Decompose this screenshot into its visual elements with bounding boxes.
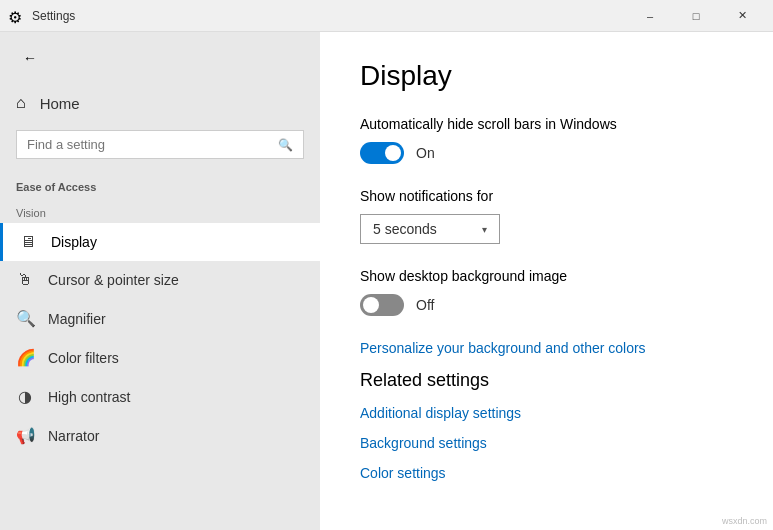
magnifier-label: Magnifier xyxy=(48,311,106,327)
title-bar: ⚙ Settings – □ ✕ xyxy=(0,0,773,32)
search-box[interactable]: 🔍 xyxy=(16,130,304,159)
content-area: Display Automatically hide scroll bars i… xyxy=(320,32,773,530)
search-input[interactable] xyxy=(27,137,270,152)
nav-items: 🖥 Display 🖱 Cursor & pointer size 🔍 Magn… xyxy=(0,223,320,455)
related-link[interactable]: Color settings xyxy=(360,465,733,481)
sidebar: ← ⌂ Home 🔍 Ease of Access Vision 🖥 Displ… xyxy=(0,32,320,530)
notifications-setting: Show notifications for 5 seconds ▾ xyxy=(360,188,733,244)
desktop-background-state-label: Off xyxy=(416,297,434,313)
hide-scrollbars-state-label: On xyxy=(416,145,435,161)
toggle-thumb xyxy=(385,145,401,161)
watermark: wsxdn.com xyxy=(722,516,767,526)
related-settings-title: Related settings xyxy=(360,370,733,391)
desktop-background-toggle-row: Off xyxy=(360,294,733,316)
highcontrast-icon: ◑ xyxy=(16,387,34,406)
colorfilters-label: Color filters xyxy=(48,350,119,366)
ease-of-access-section-label: Ease of Access xyxy=(0,167,320,199)
hide-scrollbars-label: Automatically hide scroll bars in Window… xyxy=(360,116,733,132)
highcontrast-label: High contrast xyxy=(48,389,130,405)
notifications-value: 5 seconds xyxy=(373,221,472,237)
back-button[interactable]: ← xyxy=(16,44,44,72)
sidebar-item-highcontrast[interactable]: ◑ High contrast xyxy=(0,377,320,416)
display-label: Display xyxy=(51,234,97,250)
related-link[interactable]: Background settings xyxy=(360,435,733,451)
narrator-label: Narrator xyxy=(48,428,99,444)
app-layout: ← ⌂ Home 🔍 Ease of Access Vision 🖥 Displ… xyxy=(0,32,773,530)
desktop-background-setting: Show desktop background image Off xyxy=(360,268,733,316)
desktop-background-toggle[interactable] xyxy=(360,294,404,316)
sidebar-item-cursor[interactable]: 🖱 Cursor & pointer size xyxy=(0,261,320,299)
related-link[interactable]: Additional display settings xyxy=(360,405,733,421)
maximize-button[interactable]: □ xyxy=(673,0,719,32)
desktop-background-label: Show desktop background image xyxy=(360,268,733,284)
back-arrow-icon: ← xyxy=(23,50,37,66)
search-icon: 🔍 xyxy=(278,138,293,152)
sidebar-item-display[interactable]: 🖥 Display xyxy=(0,223,320,261)
chevron-down-icon: ▾ xyxy=(482,224,487,235)
cursor-icon: 🖱 xyxy=(16,271,34,289)
hide-scrollbars-setting: Automatically hide scroll bars in Window… xyxy=(360,116,733,164)
sidebar-item-narrator[interactable]: 📢 Narrator xyxy=(0,416,320,455)
minimize-button[interactable]: – xyxy=(627,0,673,32)
hide-scrollbars-toggle-row: On xyxy=(360,142,733,164)
home-icon: ⌂ xyxy=(16,94,26,112)
title-bar-title: Settings xyxy=(32,9,627,23)
cursor-label: Cursor & pointer size xyxy=(48,272,179,288)
magnifier-icon: 🔍 xyxy=(16,309,34,328)
related-links: Additional display settingsBackground se… xyxy=(360,405,733,481)
home-label: Home xyxy=(40,95,80,112)
sidebar-item-magnifier[interactable]: 🔍 Magnifier xyxy=(0,299,320,338)
page-title: Display xyxy=(360,60,733,92)
window-controls: – □ ✕ xyxy=(627,0,765,32)
toggle-thumb-bg xyxy=(363,297,379,313)
sidebar-item-home[interactable]: ⌂ Home xyxy=(0,84,320,122)
colorfilters-icon: 🌈 xyxy=(16,348,34,367)
notifications-label: Show notifications for xyxy=(360,188,733,204)
close-button[interactable]: ✕ xyxy=(719,0,765,32)
personalize-background-link[interactable]: Personalize your background and other co… xyxy=(360,340,733,356)
hide-scrollbars-toggle[interactable] xyxy=(360,142,404,164)
display-icon: 🖥 xyxy=(19,233,37,251)
sidebar-item-colorfilters[interactable]: 🌈 Color filters xyxy=(0,338,320,377)
notifications-dropdown[interactable]: 5 seconds ▾ xyxy=(360,214,500,244)
vision-label: Vision xyxy=(0,199,320,223)
settings-app-icon: ⚙ xyxy=(8,8,24,24)
narrator-icon: 📢 xyxy=(16,426,34,445)
sidebar-header: ← xyxy=(0,32,320,84)
